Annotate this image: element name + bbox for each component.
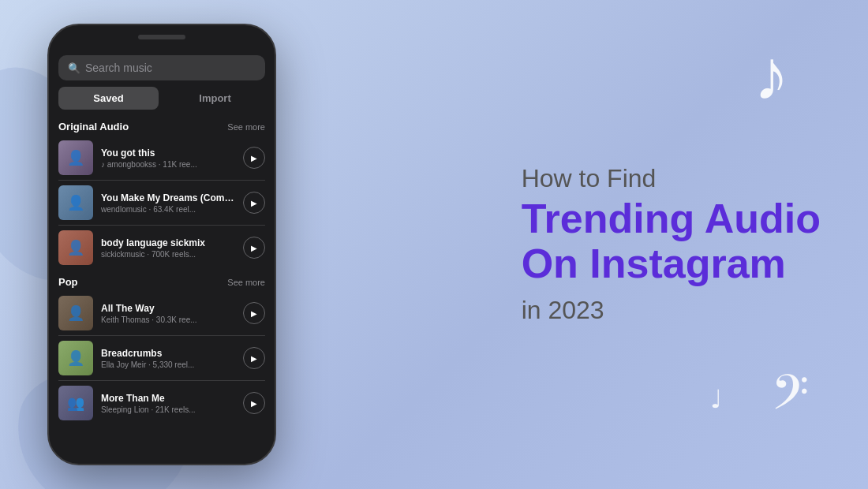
track-meta: ♪ amongbookss · 11K ree... bbox=[101, 160, 235, 169]
phone-mockup: 🔍 Search music Saved Import Original Aud… bbox=[47, 24, 276, 465]
track-meta: sickickmusic · 700K reels... bbox=[101, 250, 235, 259]
track-name: You Make My Dreams (Come Tru... bbox=[101, 192, 235, 203]
track-info: You got this ♪ amongbookss · 11K ree... bbox=[101, 147, 235, 169]
see-more-original[interactable]: See more bbox=[227, 122, 265, 132]
track-thumbnail: 👤 bbox=[58, 230, 93, 265]
phone-notch bbox=[138, 35, 185, 39]
track-info: All The Way Keith Thomas · 30.3K ree... bbox=[101, 303, 235, 324]
track-item: 👥 More Than Me Sleeping Lion · 21K reels… bbox=[49, 381, 275, 425]
play-button[interactable]: ▶ bbox=[243, 347, 265, 369]
hero-title-line2: On Instagram bbox=[522, 241, 786, 286]
track-meta: Keith Thomas · 30.3K ree... bbox=[101, 315, 235, 324]
music-note-icon: ♪ bbox=[754, 39, 789, 110]
track-name: More Than Me bbox=[101, 393, 235, 404]
track-thumbnail: 👤 bbox=[58, 296, 93, 330]
small-note-icon: ♩ bbox=[710, 384, 722, 414]
track-meta: Ella Joy Meir · 5,330 reel... bbox=[101, 360, 235, 369]
tab-import[interactable]: Import bbox=[165, 87, 265, 110]
hero-title-line1: Trending Audio bbox=[522, 196, 821, 241]
hero-main-title: Trending Audio On Instagram bbox=[522, 196, 821, 286]
phone-content: 🔍 Search music Saved Import Original Aud… bbox=[49, 25, 275, 464]
play-button[interactable]: ▶ bbox=[243, 192, 265, 214]
play-button[interactable]: ▶ bbox=[243, 302, 265, 324]
track-name: body language sickmix bbox=[101, 237, 235, 248]
search-bar[interactable]: 🔍 Search music bbox=[58, 55, 265, 80]
phone-body: 🔍 Search music Saved Import Original Aud… bbox=[47, 24, 276, 465]
see-more-pop[interactable]: See more bbox=[227, 278, 265, 287]
track-name: You got this bbox=[101, 147, 235, 159]
hero-content: How to Find Trending Audio On Instagram … bbox=[522, 164, 821, 325]
hero-year: in 2023 bbox=[522, 296, 821, 325]
section-title-pop: Pop bbox=[58, 276, 78, 288]
track-info: You Make My Dreams (Come Tru... wendlomu… bbox=[101, 192, 235, 214]
track-meta: wendlomusic · 63.4K reel... bbox=[101, 205, 235, 214]
tab-saved[interactable]: Saved bbox=[58, 87, 159, 110]
track-info: Breadcrumbs Ella Joy Meir · 5,330 reel..… bbox=[101, 348, 235, 369]
track-meta: Sleeping Lion · 21K reels... bbox=[101, 405, 235, 414]
thumb-figure: 👤 bbox=[58, 140, 93, 175]
track-item: 👤 body language sickmix sickickmusic · 7… bbox=[49, 226, 275, 270]
search-icon: 🔍 bbox=[68, 62, 80, 74]
thumb-figure: 👤 bbox=[58, 341, 93, 375]
track-thumbnail: 👤 bbox=[58, 185, 93, 220]
thumb-figure: 👤 bbox=[58, 185, 93, 220]
track-thumbnail: 👤 bbox=[58, 341, 93, 375]
section-header-original: Original Audio See more bbox=[49, 114, 275, 136]
thumb-figure: 👤 bbox=[58, 296, 93, 330]
track-name: All The Way bbox=[101, 303, 235, 314]
thumb-figure: 👤 bbox=[58, 230, 93, 265]
play-button[interactable]: ▶ bbox=[243, 147, 265, 169]
track-item: 👤 You Make My Dreams (Come Tru... wendlo… bbox=[49, 181, 275, 225]
play-button[interactable]: ▶ bbox=[243, 237, 265, 259]
track-info: body language sickmix sickickmusic · 700… bbox=[101, 237, 235, 259]
search-placeholder: Search music bbox=[85, 62, 152, 74]
tab-row: Saved Import bbox=[58, 87, 265, 110]
track-thumbnail: 👥 bbox=[58, 386, 93, 420]
section-title-original: Original Audio bbox=[58, 121, 129, 133]
track-name: Breadcrumbs bbox=[101, 348, 235, 359]
track-item: 👤 You got this ♪ amongbookss · 11K ree..… bbox=[49, 136, 275, 180]
section-header-pop: Pop See more bbox=[49, 270, 275, 291]
track-info: More Than Me Sleeping Lion · 21K reels..… bbox=[101, 393, 235, 414]
track-item: 👤 All The Way Keith Thomas · 30.3K ree..… bbox=[49, 291, 275, 335]
hero-subtitle: How to Find bbox=[522, 164, 821, 193]
thumb-figure: 👥 bbox=[58, 386, 93, 420]
track-item: 👤 Breadcrumbs Ella Joy Meir · 5,330 reel… bbox=[49, 336, 275, 380]
play-button[interactable]: ▶ bbox=[243, 392, 265, 414]
bass-clef-icon: 𝄢 bbox=[771, 364, 809, 434]
track-thumbnail: 👤 bbox=[58, 140, 93, 175]
